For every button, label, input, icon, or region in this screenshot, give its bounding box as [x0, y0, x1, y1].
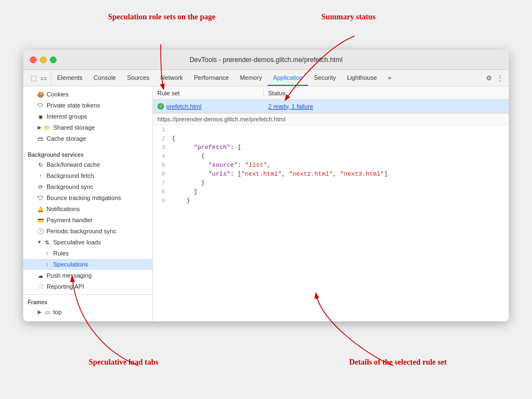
tab-security[interactable]: Security: [308, 70, 341, 86]
frames-expand-arrow-icon: ▶: [37, 309, 42, 315]
sidebar-item-cookies[interactable]: 🍪 Cookies: [23, 89, 152, 100]
window-title: DevTools - prerender-demos.glitch.me/pre…: [190, 56, 342, 64]
code-line-9: 9 }: [153, 196, 509, 205]
sidebar-item-top-frame[interactable]: ▶ ▭ top: [23, 306, 152, 318]
tab-network[interactable]: Network: [155, 70, 188, 86]
sidebar-item-interest-groups[interactable]: ◉ Interest groups: [23, 111, 152, 122]
sidebar-item-bounce-tracking[interactable]: 🛡 Bounce tracking mitigations: [23, 192, 152, 203]
rule-table-header: Rule set Status: [153, 86, 509, 100]
fetch-icon: ↑: [37, 172, 44, 180]
more-options-icon[interactable]: ⋮: [495, 74, 504, 83]
bounce-icon: 🛡: [37, 194, 44, 202]
devtools-icons: ⬚ ▭: [25, 70, 52, 86]
sidebar-item-speculations[interactable]: ↑ Speculations: [23, 259, 152, 270]
code-line-5: 5 "source": "list",: [153, 161, 509, 170]
frames-header: Frames: [23, 296, 152, 306]
minimize-button[interactable]: [40, 57, 47, 63]
rule-row[interactable]: ✓ prefetch.html 2 ready, 1 failure: [153, 100, 509, 113]
sidebar-item-cache-storage[interactable]: 🗃 Cache storage: [23, 133, 152, 144]
sidebar-label-speculative-loads: Speculative loads: [53, 239, 101, 245]
background-services-header: Background services: [23, 149, 152, 159]
sidebar-label-back-forward: Back/forward cache: [47, 161, 100, 168]
tab-performance[interactable]: Performance: [188, 70, 234, 86]
expand-arrow-icon: ▶: [37, 125, 42, 130]
speculative-icon: ⇅: [43, 238, 51, 246]
code-line-4: 4 {: [153, 152, 509, 161]
cookie-icon: 🍪: [37, 90, 44, 98]
code-line-6: 6 "urls": ["next.html", "next2.html", "n…: [153, 170, 509, 178]
sidebar-item-private-state-tokens[interactable]: 🛡 Private state tokens: [23, 100, 152, 111]
browser-window: DevTools - prerender-demos.glitch.me/pre…: [23, 50, 509, 321]
tab-sources[interactable]: Sources: [121, 70, 155, 86]
sidebar-label-rules: Rules: [53, 250, 69, 257]
sidebar-label-reporting-api: Reporting API: [47, 283, 84, 290]
rule-status-icon: ✓: [157, 103, 164, 110]
sidebar-label-shared-storage: Shared storage: [53, 124, 95, 131]
main-panel: Rule set Status ✓ prefetch.html 2 ready,…: [153, 86, 509, 321]
rule-table: Rule set Status ✓ prefetch.html 2 ready,…: [153, 86, 509, 114]
sidebar-item-notifications[interactable]: 🔔 Notifications: [23, 203, 152, 214]
annotation-details-rule-set: Details of the selected rule set: [349, 357, 447, 367]
push-icon: ☁: [37, 272, 44, 279]
annotation-summary-status: Summary status: [321, 12, 376, 22]
col-header-ruleset: Rule set: [153, 90, 264, 96]
annotation-speculation-role: Speculation role sets on the page: [108, 12, 216, 22]
traffic-lights: [30, 57, 57, 63]
sidebar-item-payment-handler[interactable]: 💳 Payment handler: [23, 214, 152, 226]
sync-icon: ⟳: [37, 183, 44, 191]
shield-icon: 🛡: [37, 101, 44, 109]
tab-memory[interactable]: Memory: [234, 70, 268, 86]
col-header-status: Status: [264, 90, 509, 96]
speculations-icon: ↑: [43, 260, 51, 268]
sidebar-label-push-messaging: Push messaging: [47, 272, 91, 279]
sidebar-label-payment-handler: Payment handler: [47, 217, 93, 223]
tab-more[interactable]: »: [382, 70, 397, 86]
tab-console[interactable]: Console: [88, 70, 121, 86]
device-icon[interactable]: ▭: [39, 74, 48, 83]
code-line-3: 3 "prefetch": [: [153, 143, 509, 152]
code-line-7: 7 }: [153, 178, 509, 187]
tab-elements[interactable]: Elements: [52, 70, 88, 86]
devtools-tab-bar: ⬚ ▭ Elements Console Sources Network Per…: [23, 70, 509, 86]
background-services-section: Background services ↻ Back/forward cache…: [23, 146, 152, 294]
sidebar: 🍪 Cookies 🛡 Private state tokens ◉ Inter…: [23, 86, 153, 321]
code-line-2: 2 {: [153, 134, 509, 143]
title-bar: DevTools - prerender-demos.glitch.me/pre…: [23, 50, 509, 70]
sidebar-label-speculations: Speculations: [53, 261, 88, 268]
sidebar-item-background-sync[interactable]: ⟳ Background sync: [23, 181, 152, 192]
sidebar-label-private-state: Private state tokens: [47, 102, 100, 109]
cache-icon: ↻: [37, 161, 44, 168]
cylinder-icon: 🗃: [37, 135, 44, 142]
sidebar-label-background-sync: Background sync: [47, 183, 93, 190]
sidebar-item-push-messaging[interactable]: ☁ Push messaging: [23, 270, 152, 281]
sidebar-item-periodic-bg-sync[interactable]: 🕐 Periodic background sync: [23, 226, 152, 237]
sidebar-item-speculative-loads[interactable]: ▼ ⇅ Speculative loads: [23, 237, 152, 248]
settings-icon[interactable]: ⚙: [484, 74, 493, 83]
sidebar-label-bounce-tracking: Bounce tracking mitigations: [47, 195, 121, 201]
sidebar-item-shared-storage[interactable]: ▶ 📁 Shared storage: [23, 122, 152, 133]
inspect-icon[interactable]: ⬚: [29, 74, 38, 83]
sidebar-label-cache-storage: Cache storage: [47, 135, 86, 142]
sidebar-label-top: top: [53, 309, 62, 315]
rule-row-status-cell[interactable]: 2 ready, 1 failure: [264, 103, 509, 110]
close-button[interactable]: [30, 57, 37, 63]
sidebar-label-notifications: Notifications: [47, 206, 80, 212]
bell-icon: 🔔: [37, 205, 44, 213]
maximize-button[interactable]: [50, 57, 57, 63]
frames-section: Frames ▶ ▭ top: [23, 294, 152, 319]
circle-icon: ◉: [37, 112, 44, 120]
sidebar-item-back-forward-cache[interactable]: ↻ Back/forward cache: [23, 159, 152, 170]
frame-icon: ▭: [43, 308, 51, 316]
tab-application[interactable]: Application: [268, 70, 309, 86]
rule-link[interactable]: prefetch.html: [166, 103, 202, 110]
sidebar-item-rules[interactable]: ↑ Rules: [23, 248, 152, 259]
sidebar-label-cookies: Cookies: [47, 91, 69, 98]
code-line-1: 1: [153, 125, 509, 134]
storage-section: 🍪 Cookies 🛡 Private state tokens ◉ Inter…: [23, 86, 152, 146]
sidebar-label-interest-groups: Interest groups: [47, 113, 87, 120]
sidebar-item-background-fetch[interactable]: ↑ Background fetch: [23, 170, 152, 181]
code-line-8: 8 ]: [153, 187, 509, 196]
tab-lighthouse[interactable]: Lighthouse: [341, 70, 382, 86]
folder-icon: 📁: [43, 124, 51, 131]
sidebar-item-reporting-api[interactable]: 📄 Reporting API: [23, 281, 152, 292]
